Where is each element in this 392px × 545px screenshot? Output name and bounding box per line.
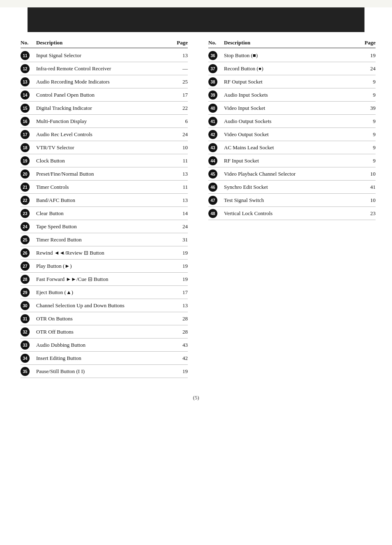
row-description: VTR/TV Selector [36, 144, 169, 151]
row-number: 39 [208, 90, 224, 100]
num-badge: 20 [21, 169, 30, 179]
right-table-row: 37 Record Button (●) 24 [208, 62, 376, 75]
footer: (5) [0, 394, 392, 409]
row-page: 9 [357, 144, 376, 151]
row-number: 23 [21, 209, 36, 218]
row-description: Band/AFC Button [36, 197, 169, 204]
row-page: 10 [357, 171, 376, 177]
row-description: Audio Input Sockets [224, 92, 357, 98]
row-page: 13 [169, 302, 188, 309]
num-badge: 13 [21, 77, 30, 86]
row-number: 33 [21, 341, 36, 350]
row-description: Test Signal Switch [224, 197, 357, 204]
row-description: Stop Button (■) [224, 52, 357, 59]
num-badge: 17 [21, 130, 30, 139]
row-number: 22 [21, 196, 36, 205]
row-description: Timer Record Button [36, 237, 169, 243]
row-page: 13 [169, 52, 188, 59]
num-badge: 38 [208, 77, 217, 86]
row-number: 28 [21, 275, 36, 284]
row-description: Video Output Socket [224, 131, 357, 138]
right-table-row: 48 Vertical Lock Controls 23 [208, 207, 376, 220]
row-description: OTR Off Buttons [36, 329, 169, 335]
row-page: 9 [357, 79, 376, 85]
left-table-row: 31 OTR On Buttons 28 [21, 312, 188, 325]
row-number: 43 [208, 143, 224, 152]
row-description: Input Signal Selector [36, 52, 169, 59]
row-description: Multi-Function Display [36, 118, 169, 125]
row-page: 22 [169, 105, 188, 111]
row-description: Synchro Edit Socket [224, 184, 357, 190]
row-page: 13 [169, 197, 188, 204]
row-number: 19 [21, 156, 36, 165]
num-badge: 31 [21, 314, 30, 323]
num-badge: 44 [208, 156, 217, 165]
row-description: Record Button (●) [224, 65, 357, 72]
row-page: 10 [357, 197, 376, 204]
row-page: 39 [357, 105, 376, 111]
row-page: 9 [357, 131, 376, 138]
row-number: 40 [208, 104, 224, 113]
row-page: 19 [169, 276, 188, 283]
row-description: OTR On Buttons [36, 315, 169, 322]
right-table-row: 46 Synchro Edit Socket 41 [208, 181, 376, 194]
row-description: Fast Forward ►►/Cue ⊟ Button [36, 276, 169, 283]
left-rows-container: 11 Input Signal Selector 13 12 Infra-red… [21, 49, 188, 378]
row-description: Video Input Socket [224, 105, 357, 111]
row-description: Audio Output Sockets [224, 118, 357, 125]
row-number: 25 [21, 235, 36, 244]
row-page: 19 [169, 263, 188, 269]
left-table-row: 32 OTR Off Buttons 28 [21, 325, 188, 339]
row-number: 38 [208, 77, 224, 86]
row-number: 24 [21, 222, 36, 231]
row-number: 18 [21, 143, 36, 152]
row-number: 16 [21, 117, 36, 126]
num-badge: 19 [21, 156, 30, 165]
row-number: 21 [21, 183, 36, 192]
row-number: 11 [21, 51, 36, 60]
right-rows-container: 36 Stop Button (■) 19 37 Record Button (… [208, 49, 376, 220]
row-page: 17 [169, 289, 188, 296]
right-table-row: 43 AC Mains Lead Socket 9 [208, 141, 376, 154]
num-badge: 16 [21, 117, 30, 126]
row-number: 13 [21, 77, 36, 86]
header-bar [28, 7, 364, 32]
content-area: No. Description Page 11 Input Signal Sel… [0, 32, 392, 378]
row-page: 23 [357, 210, 376, 217]
row-description: Tape Speed Button [36, 223, 169, 230]
row-page: 31 [169, 237, 188, 243]
num-badge: 14 [21, 90, 30, 100]
num-badge: 42 [208, 130, 217, 139]
num-badge: 46 [208, 183, 217, 192]
left-table-row: 20 Preset/Fine/Normal Button 13 [21, 167, 188, 181]
num-badge: 36 [208, 51, 217, 60]
left-table-row: 19 Clock Button 11 [21, 154, 188, 167]
row-number: 34 [21, 354, 36, 363]
left-table-row: 14 Control Panel Open Button 17 [21, 88, 188, 102]
num-badge: 29 [21, 288, 30, 297]
row-page: 14 [169, 210, 188, 217]
row-number: 37 [208, 64, 224, 73]
row-page: 9 [357, 158, 376, 164]
row-description: RF Output Socket [224, 79, 357, 85]
row-page: 9 [357, 92, 376, 98]
row-page: 13 [169, 171, 188, 177]
row-number: 32 [21, 327, 36, 336]
left-table-row: 21 Timer Controls 11 [21, 181, 188, 194]
num-badge: 24 [21, 222, 30, 231]
row-page: 19 [169, 250, 188, 256]
left-table-row: 11 Input Signal Selector 13 [21, 49, 188, 62]
left-no-header: No. [21, 39, 36, 46]
row-description: Video Playback Channel Selector [224, 171, 357, 177]
left-table-row: 29 Eject Button (▲) 17 [21, 286, 188, 299]
row-page: 24 [169, 223, 188, 230]
left-table-row: 17 Audio Rec Level Controls 24 [21, 128, 188, 141]
row-description: Channel Selection Up and Down Buttons [36, 302, 169, 309]
right-column: No. Description Page 36 Stop Button (■) … [200, 39, 376, 378]
row-description: Audio Rec Level Controls [36, 131, 169, 138]
row-number: 42 [208, 130, 224, 139]
num-badge: 27 [21, 262, 30, 271]
num-badge: 34 [21, 354, 30, 363]
num-badge: 28 [21, 275, 30, 284]
num-badge: 23 [21, 209, 30, 218]
